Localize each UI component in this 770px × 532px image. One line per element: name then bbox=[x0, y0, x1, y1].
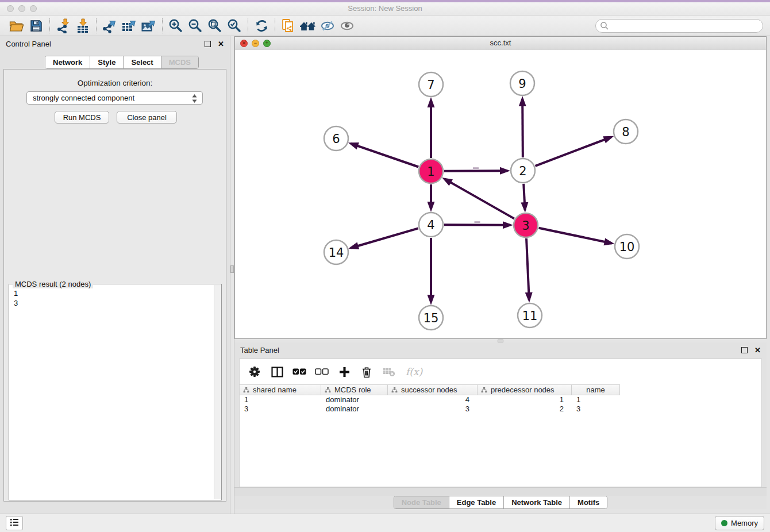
vertical-splitter[interactable] bbox=[230, 36, 234, 514]
import-table-icon[interactable] bbox=[73, 17, 93, 34]
select-all-icon[interactable] bbox=[292, 365, 306, 379]
tab-edge-table[interactable]: Edge Table bbox=[449, 496, 503, 508]
attribute-icon bbox=[391, 387, 398, 393]
tab-network[interactable]: Network bbox=[45, 56, 90, 68]
float-panel-icon[interactable] bbox=[741, 347, 748, 353]
zoom-selected-icon[interactable] bbox=[225, 17, 244, 34]
table-panel-header: Table Panel ✕ bbox=[234, 342, 767, 357]
cell-shared-name[interactable]: 1 bbox=[240, 395, 321, 404]
close-window-icon[interactable] bbox=[7, 5, 14, 12]
deselect-all-icon[interactable] bbox=[315, 365, 329, 379]
cell-shared-name[interactable]: 3 bbox=[240, 404, 321, 414]
columns-icon[interactable] bbox=[270, 365, 284, 379]
clone-network-icon[interactable] bbox=[279, 17, 298, 34]
add-row-icon[interactable] bbox=[337, 365, 351, 379]
cell-name[interactable]: 1 bbox=[572, 395, 620, 404]
node-label: 2 bbox=[519, 164, 526, 178]
splitter-grip[interactable] bbox=[498, 340, 503, 342]
float-panel-icon[interactable] bbox=[205, 41, 211, 47]
table-row[interactable]: 1dominator411 bbox=[240, 395, 761, 404]
export-image-icon[interactable] bbox=[139, 17, 159, 34]
edge-4-3[interactable] bbox=[444, 225, 510, 225]
network-window-titlebar[interactable]: ✕ − + scc.txt bbox=[235, 37, 766, 51]
folder-open-icon[interactable] bbox=[7, 17, 26, 34]
column-header-successor-nodes[interactable]: successor nodes bbox=[388, 384, 478, 395]
zoom-out-icon[interactable] bbox=[186, 17, 205, 34]
zoom-fit-icon[interactable] bbox=[205, 17, 225, 34]
mcds-result-list[interactable]: 13 bbox=[9, 286, 214, 499]
edge-3-10[interactable] bbox=[539, 228, 612, 244]
splitter-grip[interactable] bbox=[230, 265, 234, 273]
delete-table-icon[interactable] bbox=[382, 365, 396, 379]
refresh-icon[interactable] bbox=[252, 17, 271, 34]
edge-2-8[interactable] bbox=[536, 137, 611, 166]
search-input[interactable] bbox=[595, 19, 763, 33]
task-history-button[interactable] bbox=[6, 516, 23, 530]
attribute-icon bbox=[325, 387, 331, 393]
export-network-icon[interactable] bbox=[100, 17, 120, 34]
tab-select[interactable]: Select bbox=[123, 56, 160, 68]
node-label: 11 bbox=[522, 309, 538, 323]
mcds-panel: Optimization criterion: strongly connect… bbox=[3, 69, 226, 502]
tab-style[interactable]: Style bbox=[90, 56, 123, 68]
edge-3-11[interactable] bbox=[526, 238, 529, 300]
criterion-select[interactable]: strongly connected component bbox=[26, 91, 203, 105]
toolbar-separator bbox=[96, 18, 97, 33]
close-panel-icon[interactable]: ✕ bbox=[218, 40, 224, 48]
tab-network-table[interactable]: Network Table bbox=[503, 496, 569, 508]
delete-row-icon[interactable] bbox=[360, 365, 374, 379]
control-panel-header: Control Panel ✕ bbox=[0, 36, 230, 51]
minimize-window-icon[interactable] bbox=[18, 5, 25, 12]
maximize-window-icon[interactable] bbox=[30, 5, 37, 12]
show-eye-icon[interactable] bbox=[337, 17, 357, 34]
network-window-title: scc.txt bbox=[235, 37, 766, 49]
node-label: 1 bbox=[427, 165, 434, 179]
export-table-icon[interactable] bbox=[120, 17, 139, 34]
edge-1-6[interactable] bbox=[351, 144, 419, 167]
cell-successor-nodes[interactable]: 4 bbox=[388, 395, 478, 404]
column-header-shared-name[interactable]: shared name bbox=[240, 384, 321, 395]
close-panel-icon[interactable]: ✕ bbox=[754, 346, 761, 354]
edge-2-9[interactable] bbox=[522, 99, 523, 157]
tab-motifs[interactable]: Motifs bbox=[569, 496, 607, 508]
tab-node-table[interactable]: Node Table bbox=[394, 496, 449, 508]
scrollbar[interactable] bbox=[214, 285, 221, 499]
close-panel-button[interactable]: Close panel bbox=[117, 111, 177, 124]
memory-button[interactable]: Memory bbox=[715, 516, 764, 530]
maximize-network-icon[interactable]: + bbox=[263, 40, 271, 47]
node-label: 6 bbox=[332, 132, 340, 146]
column-header-name[interactable]: name bbox=[572, 384, 620, 395]
control-panel-tabs: NetworkStyleSelectMCDS bbox=[45, 56, 199, 69]
hide-eye-icon[interactable] bbox=[318, 17, 337, 34]
tab-mcds[interactable]: MCDS bbox=[161, 56, 198, 68]
cell-mcds-role[interactable]: dominator bbox=[321, 395, 388, 404]
minimize-network-icon[interactable]: − bbox=[252, 40, 259, 47]
import-network-icon[interactable] bbox=[53, 17, 73, 34]
toolbar-separator bbox=[162, 18, 163, 33]
column-header-predecessor-nodes[interactable]: predecessor nodes bbox=[478, 384, 572, 395]
close-network-icon[interactable]: ✕ bbox=[240, 40, 248, 47]
save-icon[interactable] bbox=[26, 17, 46, 34]
cell-predecessor-nodes[interactable]: 1 bbox=[478, 395, 572, 404]
column-label: predecessor nodes bbox=[491, 385, 555, 394]
edge-4-14[interactable] bbox=[351, 228, 418, 248]
zoom-in-icon[interactable] bbox=[166, 17, 186, 34]
node-label: 15 bbox=[424, 311, 439, 325]
control-panel-title: Control Panel bbox=[6, 40, 205, 48]
cell-mcds-role[interactable]: dominator bbox=[321, 404, 388, 414]
column-header-mcds-role[interactable]: MCDS role bbox=[321, 384, 388, 395]
home-icon[interactable] bbox=[298, 17, 318, 34]
edge-1-2[interactable] bbox=[444, 171, 507, 171]
cell-successor-nodes[interactable]: 3 bbox=[388, 404, 478, 414]
network-canvas[interactable]: 1234678910111415 bbox=[235, 50, 766, 338]
table-panel-bottom-strip bbox=[234, 487, 767, 496]
edge-2-3[interactable] bbox=[523, 184, 525, 210]
cell-predecessor-nodes[interactable]: 2 bbox=[478, 404, 572, 414]
application-window: Session: New Session bbox=[0, 0, 770, 532]
gear-icon[interactable] bbox=[248, 365, 261, 379]
cell-name[interactable]: 3 bbox=[572, 404, 620, 414]
run-mcds-button[interactable]: Run MCDS bbox=[55, 111, 109, 124]
table-row[interactable]: 3dominator323 bbox=[240, 404, 761, 414]
edge-3-1[interactable] bbox=[444, 179, 514, 218]
network-graph[interactable]: 1234678910111415 bbox=[235, 50, 766, 338]
